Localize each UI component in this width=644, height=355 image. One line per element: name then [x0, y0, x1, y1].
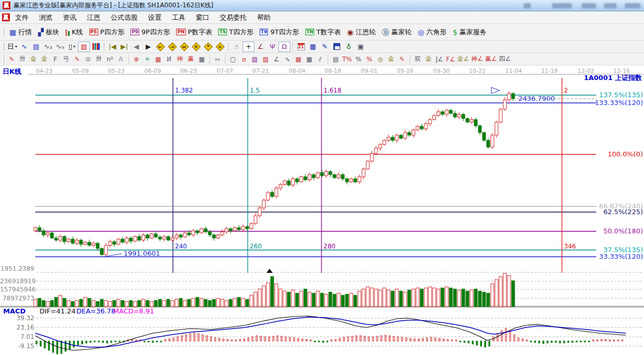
macd-axis-label: 23.16 — [0, 324, 34, 331]
gann-h-label: 62.5%(225) — [603, 208, 643, 215]
gann-h-label: 100.0%(0) — [608, 151, 643, 157]
gann-h-label: 133.33%(120) — [595, 99, 643, 106]
date-tick: 08-18 — [321, 68, 344, 74]
date-tick: 09-01 — [358, 68, 381, 74]
date-tick: 06-23 — [177, 68, 200, 74]
date-tick: 09-30 — [430, 68, 453, 74]
gann-v-top-label: 1.382 — [175, 87, 193, 94]
low-price-label: 1991.0601 — [124, 250, 160, 257]
macd-axis-label: 7.01 — [0, 333, 34, 340]
date-tick: 12-02 — [574, 68, 597, 74]
app-window: 赢 赢家江恩专业版[赢家内部服务平台] - [上证指数 SH1A0001-162… — [0, 0, 644, 355]
date-tick: 10-21 — [466, 68, 489, 74]
gann-v-bottom-label: 240 — [175, 243, 187, 250]
gann-h-label: 50.0%(180) — [603, 228, 643, 234]
period-label[interactable]: 日K线 — [3, 68, 21, 75]
date-tick: 05-09 — [69, 68, 92, 74]
date-tick: 07-21 — [249, 68, 272, 74]
date-tick: 08-04 — [286, 68, 308, 74]
gann-h-label: 137.5%(135) — [599, 91, 643, 98]
date-tick: 07-07 — [213, 68, 236, 74]
macd-macd-value: MACD=8.91 — [113, 308, 154, 314]
volume-axis-label: 78972973 — [0, 295, 34, 302]
date-tick: 06-09 — [141, 68, 164, 74]
date-tick: 12-16 — [610, 68, 633, 74]
gann-h-label: 33.33%(120) — [599, 253, 643, 260]
volume-axis-label: 157945946 — [0, 286, 34, 293]
gann-v-bottom-label: 260 — [250, 243, 262, 250]
macd-dif-value: DIF=41.24 — [39, 308, 75, 314]
gann-v-top-label: 2 — [564, 87, 568, 94]
gann-v-bottom-label: 280 — [324, 243, 336, 250]
macd-panel-title[interactable]: MACD — [3, 308, 25, 314]
date-tick: 05-23 — [105, 68, 128, 74]
date-tick: 11-18 — [538, 68, 561, 74]
last-price-label: 2436.7900 — [518, 95, 555, 102]
macd-series — [35, 316, 626, 354]
macd-axis-label: 39.32 — [0, 314, 34, 322]
macd-axis-label: -9.15 — [0, 343, 34, 350]
date-tick: 11-04 — [502, 68, 525, 74]
date-tick: 04-23 — [33, 68, 56, 74]
macd-dea-value: DEA=36.78 — [76, 308, 115, 314]
volume-axis-label: 236918919 — [0, 278, 34, 285]
date-tick: 09-16 — [394, 68, 417, 74]
gann-v-top-label: 1.618 — [324, 87, 341, 94]
volume-axis-label: 1951.2389 — [0, 265, 34, 272]
gann-v-bottom-label: 346 — [564, 243, 576, 250]
chart-canvas[interactable] — [0, 0, 644, 355]
symbol-label[interactable]: 1A0001 上证指数 — [584, 74, 642, 81]
volume-series — [34, 273, 515, 307]
gann-v-top-label: 1.5 — [250, 87, 260, 94]
